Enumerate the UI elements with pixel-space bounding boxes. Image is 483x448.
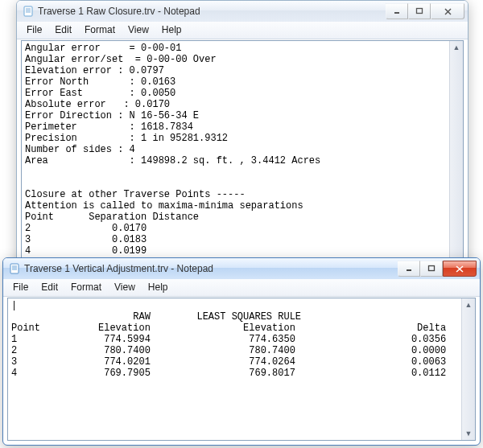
line: Point Separation Distance [25,212,199,223]
menu-format[interactable]: Format [64,281,108,294]
menu-edit[interactable]: Edit [35,281,64,294]
window-controls [398,261,477,277]
line: 2 0.0170 [25,223,147,234]
svg-rect-8 [10,264,19,273]
line: 3 0.0183 [25,234,147,245]
line: Error East : 0.0050 [25,88,175,99]
line: Error Direction : N 16-56-34 E [25,110,199,121]
line: RAW LEAST SQUARES RULE [11,311,301,323]
line: 3 774.0201 774.0264 0.0063 [11,356,446,368]
window-title: Traverse 1 Vertical Adjustment.trv - Not… [24,263,213,274]
line: Absolute error : 0.0170 [25,99,170,110]
window-title: Traverse 1 Raw Closure.trv - Notepad [38,6,200,17]
text-area-container: Angular error = 0-00-01 Angular error/se… [21,40,464,278]
line: Error North : 0.0163 [25,76,175,88]
notepad-window-vertical-adjustment: Traverse 1 Vertical Adjustment.trv - Not… [2,257,481,446]
text-area[interactable]: Angular error = 0-00-01 Angular error/se… [22,41,463,278]
line: Precision : 1 in 95281.9312 [25,133,228,144]
line: 1 774.5994 774.6350 0.0356 [11,334,446,345]
notepad-icon [22,5,35,18]
close-button[interactable] [443,261,477,277]
line: 4 769.7905 769.8017 0.0112 [11,368,446,379]
notepad-icon [8,262,21,275]
line: Number of sides : 4 [25,144,135,155]
maximize-button[interactable] [408,3,431,19]
svg-rect-5 [417,9,423,14]
text-caret: | [11,300,17,311]
line: 2 780.7400 780.7400 0.0000 [11,345,446,356]
menubar: File Edit Format View Help [17,22,468,39]
line: Point Elevation Elevation Delta [11,323,446,334]
scroll-up-icon[interactable]: ▲ [450,41,463,54]
menu-view[interactable]: View [108,281,142,294]
titlebar[interactable]: Traverse 1 Raw Closure.trv - Notepad [17,1,468,22]
window-controls [386,3,464,19]
minimize-button[interactable] [398,261,420,277]
menu-help[interactable]: Help [142,281,175,294]
line: 4 0.0199 [25,245,147,257]
line: Closure at other Traverse Points ----- [25,189,246,200]
menu-edit[interactable]: Edit [48,23,78,36]
text-area[interactable]: | RAW LEAST SQUARES RULE Point Elevation… [8,298,475,380]
titlebar[interactable]: Traverse 1 Vertical Adjustment.trv - Not… [3,258,480,279]
scroll-down-icon[interactable]: ▼ [462,427,475,440]
line: Attention is called to maxima-minima sep… [25,200,303,212]
line: Angular error/set = 0-00-00 Over [25,54,217,65]
notepad-window-raw-closure: Traverse 1 Raw Closure.trv - Notepad Fil… [16,0,469,283]
menu-help[interactable]: Help [155,23,188,36]
line: Elevation error : 0.0797 [25,65,164,76]
menubar: File Edit Format View Help [3,279,480,297]
line: Area : 149898.2 sq. ft. , 3.4412 Acres [25,155,320,166]
line: Angular error = 0-00-01 [25,43,181,54]
menu-view[interactable]: View [122,23,155,36]
menu-file[interactable]: File [20,23,48,36]
line: Perimeter : 1618.7834 [25,121,193,133]
svg-rect-13 [429,266,435,271]
menu-file[interactable]: File [6,281,35,294]
vertical-scrollbar[interactable]: ▲ ▼ [461,298,475,440]
close-button[interactable] [431,3,464,19]
menu-format[interactable]: Format [78,23,122,36]
maximize-button[interactable] [420,261,443,277]
svg-rect-0 [24,6,32,16]
text-area-container: | RAW LEAST SQUARES RULE Point Elevation… [7,298,476,441]
scroll-up-icon[interactable]: ▲ [462,298,475,311]
minimize-button[interactable] [386,3,408,19]
vertical-scrollbar[interactable]: ▲ ▼ [449,41,463,277]
